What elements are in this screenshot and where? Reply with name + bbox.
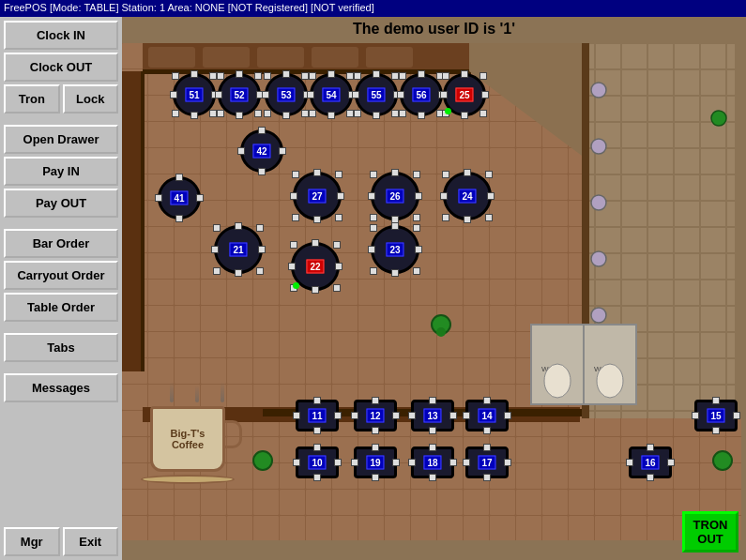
mgr-button[interactable]: Mgr [4, 527, 60, 556]
svg-point-33 [436, 327, 446, 337]
table-16[interactable]: 16 [629, 444, 672, 481]
table-54[interactable]: 54 [308, 71, 355, 118]
table-27[interactable]: 27 [293, 172, 342, 220]
svg-rect-15 [312, 47, 358, 68]
tron-out-label2: OUT [693, 532, 728, 546]
coffee-cup: Big-T's Coffee [150, 406, 225, 472]
cup-handle [225, 420, 242, 448]
svg-rect-13 [203, 47, 250, 68]
table-23[interactable]: 23 [371, 225, 419, 274]
svg-rect-16 [366, 47, 413, 68]
lock-button[interactable]: Lock [63, 84, 119, 114]
svg-rect-12 [148, 47, 195, 68]
pay-in-button[interactable]: Pay IN [4, 157, 118, 186]
tron-out-label1: TRON [693, 518, 728, 532]
pay-out-button[interactable]: Pay OUT [4, 189, 118, 218]
carryout-order-button[interactable]: Carryout Order [4, 261, 118, 290]
svg-point-19 [591, 139, 606, 154]
table-25[interactable]: 25 [441, 71, 488, 118]
table-11[interactable]: 11 [296, 397, 339, 434]
table-13[interactable]: 13 [411, 397, 454, 434]
messages-button[interactable]: Messages [4, 373, 118, 402]
table-19[interactable]: 19 [354, 444, 397, 481]
table-14[interactable]: 14 [465, 397, 509, 434]
tron-button[interactable]: Tron [4, 84, 60, 114]
svg-point-36 [711, 111, 726, 126]
table-24[interactable]: 24 [443, 172, 492, 220]
table-15[interactable]: 15 [694, 397, 738, 434]
tron-out-button[interactable]: TRON OUT [682, 511, 738, 552]
svg-rect-8 [122, 71, 143, 371]
svg-rect-9 [141, 71, 145, 371]
table-order-button[interactable]: Table Order [4, 293, 118, 322]
svg-point-21 [591, 251, 606, 266]
bar-order-button[interactable]: Bar Order [4, 229, 118, 258]
svg-point-22 [591, 308, 606, 323]
table-12[interactable]: 12 [354, 397, 397, 434]
svg-point-18 [591, 83, 606, 98]
open-drawer-button[interactable]: Open Drawer [4, 125, 118, 154]
table-41[interactable]: 41 [156, 174, 203, 221]
svg-point-31 [597, 364, 623, 398]
title-text: FreePOS [Mode: TABLE] Station: 1 Area: N… [4, 2, 374, 13]
table-21[interactable]: 21 [214, 225, 263, 274]
table-55[interactable]: 55 [353, 71, 400, 118]
table-18[interactable]: 18 [411, 444, 454, 481]
table-10[interactable]: 10 [296, 444, 339, 481]
svg-point-30 [544, 364, 571, 398]
table-53[interactable]: 53 [263, 71, 310, 118]
coffee-label: Big-T's Coffee [153, 428, 222, 450]
title-bar: FreePOS [Mode: TABLE] Station: 1 Area: N… [0, 0, 746, 17]
clock-in-button[interactable]: Clock IN [4, 21, 118, 50]
table-17[interactable]: 17 [465, 444, 509, 481]
sidebar: Clock IN Clock OUT Tron Lock Open Drawer… [0, 17, 122, 560]
svg-point-20 [591, 195, 606, 210]
cup-saucer [141, 475, 235, 484]
table-56[interactable]: 56 [398, 71, 445, 118]
main-area: The demo user ID is '1' [122, 17, 746, 560]
tabs-button[interactable]: Tabs [4, 333, 118, 362]
clock-out-button[interactable]: Clock OUT [4, 53, 118, 82]
table-42[interactable]: 42 [238, 128, 285, 174]
svg-rect-14 [257, 47, 304, 68]
table-26[interactable]: 26 [371, 172, 419, 220]
table-52[interactable]: 52 [216, 71, 263, 118]
table-22[interactable]: 22 [291, 242, 340, 291]
exit-button[interactable]: Exit [63, 527, 119, 556]
table-51[interactable]: 51 [171, 71, 218, 118]
coffee-area: Big-T's Coffee [131, 382, 272, 532]
demo-label: The demo user ID is '1' [122, 21, 746, 38]
svg-point-35 [713, 451, 732, 470]
